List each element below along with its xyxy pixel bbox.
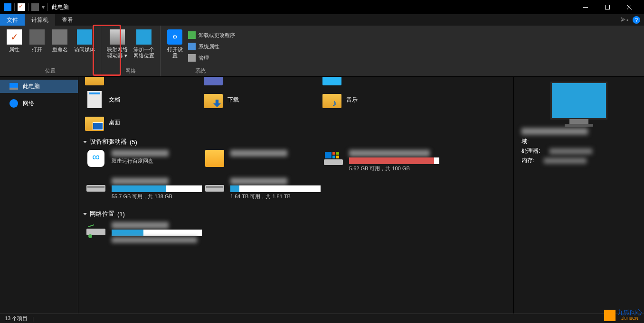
status-item-count: 13 个项目 [5,315,28,322]
drive-usage-bar [112,230,202,236]
ribbon-group-network: 映射网络驱动器 ▾ 添加一个网络位置 网络 [101,26,161,76]
qat-dropdown-icon[interactable]: ▾ [42,4,45,10]
properties-qat-icon[interactable] [18,3,25,11]
drive-usage-text: 1.64 TB 可用，共 1.81 TB [230,193,321,200]
folder-downloads[interactable]: 下载 [202,88,321,111]
folder-music[interactable]: ♪ 音乐 [321,88,439,111]
drive-icon [110,29,125,45]
rename-button[interactable]: 重命名 [48,28,71,55]
tab-computer[interactable]: 计算机 [25,14,55,26]
uninstall-icon [188,31,196,39]
menubar: 文件 计算机 查看 ⮚◂ ? [0,14,644,26]
help-icon[interactable]: ? [633,16,640,24]
chevron-down-icon [83,213,87,215]
divider [14,3,15,11]
svg-rect-11 [87,186,104,188]
drive-usage-bar [230,185,321,192]
window-title: 此电脑 [52,3,69,11]
ribbon-group-system: ⚙ 打开设置 卸载或更改程序 系统属性 管理 系统 [161,26,240,76]
tab-file[interactable]: 文件 [0,14,25,26]
folder-item[interactable] [321,77,439,88]
svg-line-16 [88,225,94,227]
uninstall-or-change-button[interactable]: 卸载或更改程序 [186,29,237,41]
folder-desktop[interactable]: 桌面 [83,111,202,134]
section-label: 网络位置 [90,210,114,218]
close-button[interactable] [618,0,640,14]
section-network-header[interactable]: 网络位置 (1) [83,210,509,218]
access-media-button[interactable]: 访问媒体 [71,28,98,55]
section-devices-header[interactable]: 设备和驱动器 (5) [83,138,509,146]
folder-documents[interactable]: 文档 [83,88,202,111]
svg-rect-7 [336,152,339,155]
drive-app[interactable] [202,150,321,172]
drives-grid: 双击运行百度网盘 5.62 GB 可用，共 100 GB [83,150,509,206]
system-properties-button[interactable]: 系统属性 [186,41,237,52]
hdd-icon [85,178,107,195]
drive-usage-bar [112,185,202,192]
folder-label: 下载 [227,96,239,104]
hdd-icon [204,178,226,195]
tab-view[interactable]: 查看 [55,14,80,26]
content-pane: 文档 下载 ♪ 音乐 桌面 设备和驱动器 (5) [78,77,513,314]
access-media-label: 访问媒体 [74,46,95,53]
ribbon: ✓ 属性 打开 重命名 访问媒体 位置 映射网络驱动器 ▾ [0,26,644,77]
properties-button[interactable]: ✓ 属性 [3,28,26,55]
svg-rect-4 [324,159,343,165]
drive-name-blurred [112,222,169,229]
nav-network-label: 网络 [23,100,34,108]
folder-label: 音乐 [346,96,358,104]
drive-baidu[interactable]: 双击运行百度网盘 [83,150,202,172]
titlebar: ▾ 此电脑 [0,0,644,14]
group-network-label: 网络 [104,66,157,75]
statusbar: 13 个项目 | [0,314,644,323]
drive-name-blurred [349,150,430,157]
open-label: 打开 [32,46,42,53]
divider [47,3,48,11]
separator: | [32,316,34,322]
ribbon-group-location: ✓ 属性 打开 重命名 访问媒体 位置 [0,26,101,76]
drive-name-blurred [112,150,169,157]
folder-item[interactable] [202,77,321,88]
svg-rect-14 [86,229,105,235]
network-location-item[interactable] [83,222,202,244]
rename-label: 重命名 [52,46,68,53]
app-icon [205,150,224,167]
chevron-down-icon [83,141,87,143]
network-locations-grid [83,222,509,249]
add-network-location-button[interactable]: 添加一个网络位置 [131,28,157,61]
section-count: (5) [130,138,137,146]
map-network-drive-label: 映射网络驱动器 ▾ [107,46,128,59]
maximize-button[interactable] [597,0,618,14]
nav-this-pc-label: 此电脑 [23,83,40,91]
nav-network[interactable]: 网络 [0,97,78,110]
manage-button[interactable]: 管理 [186,52,237,64]
uninstall-label: 卸载或更改程序 [199,32,235,39]
pc-icon [9,83,18,90]
minimize-button[interactable] [575,0,597,14]
section-count: (1) [117,211,125,218]
watermark: 九狐问心JiuHuCN [604,310,642,321]
drive-name-blurred [112,178,169,185]
drive-c[interactable]: 5.62 GB 可用，共 100 GB [321,150,439,172]
network-icon [9,99,18,108]
body: 此电脑 网络 文档 下载 ♪ 音乐 [0,77,644,314]
pc-icon[interactable] [4,3,11,11]
qat-item-icon[interactable] [31,3,39,11]
open-button[interactable]: 打开 [26,28,48,55]
folder-item[interactable] [83,77,202,88]
open-settings-button[interactable]: ⚙ 打开设置 [163,28,186,61]
drive-d[interactable]: 55.7 GB 可用，共 138 GB [83,178,202,200]
computer-name-blurred [521,128,588,135]
svg-rect-13 [206,186,223,188]
fox-icon [604,310,616,321]
cpu-label: 处理器: [521,147,540,155]
watermark-sub: JiuHuCN [617,315,642,321]
map-network-drive-button[interactable]: 映射网络驱动器 ▾ [104,28,131,61]
divider [28,3,28,11]
domain-label: 域: [521,138,529,146]
nav-this-pc[interactable]: 此电脑 [0,80,78,93]
ribbon-collapse-icon[interactable]: ⮚◂ [620,17,629,23]
folders-row-1: 文档 下载 ♪ 音乐 [83,88,509,111]
drive-e[interactable]: 1.64 TB 可用，共 1.81 TB [202,178,321,200]
memory-value-blurred [544,158,587,164]
